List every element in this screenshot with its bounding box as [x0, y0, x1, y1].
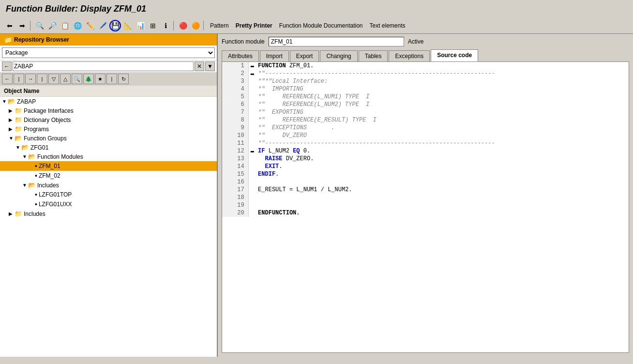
- left-panel: 📁 Repository Browser Package ← ✕ ▼ ← | →…: [0, 34, 218, 357]
- info-button[interactable]: ℹ: [160, 20, 171, 31]
- layout-button[interactable]: 📐: [122, 20, 134, 31]
- tree-item[interactable]: ▼📂ZABAP: [0, 97, 217, 106]
- nav-filter-btn[interactable]: ▽: [48, 74, 59, 84]
- fm-label: Function module: [222, 38, 265, 45]
- tab-tables[interactable]: Tables: [359, 50, 388, 61]
- item-icon: •: [35, 191, 37, 198]
- code-text[interactable]: *" REFERENCE(L_NUM2) TYPE I: [256, 101, 628, 108]
- tree-item[interactable]: ▼📂ZFG01: [0, 143, 217, 152]
- code-line-row: 1▬FUNCTION ZFM_01.: [222, 62, 629, 70]
- filter-select[interactable]: Package: [2, 47, 215, 58]
- code-text[interactable]: ENDFUNCTION.: [256, 209, 628, 217]
- code-text[interactable]: *" REFERENCE(L_NUM1) TYPE I: [256, 93, 628, 101]
- code-text[interactable]: FUNCTION ZFM_01.: [256, 62, 628, 70]
- item-icon: •: [35, 172, 37, 180]
- orange-button[interactable]: 🟠: [190, 20, 201, 31]
- tree-item[interactable]: ▼📂Function Groups: [0, 134, 217, 143]
- code-line-row: 12▬IF L_NUM2 EQ 0.: [222, 147, 629, 155]
- tab-attributes[interactable]: Attributes: [222, 50, 259, 61]
- expand-icon: ▬: [248, 70, 256, 77]
- tab-button[interactable]: ⊞: [147, 20, 159, 31]
- tree-item-label: Package Interfaces: [24, 107, 74, 114]
- code-text[interactable]: [256, 201, 628, 209]
- tab-exceptions[interactable]: Exceptions: [389, 50, 430, 61]
- tree-item[interactable]: •ZFM_01: [0, 161, 217, 171]
- nav-up-btn[interactable]: △: [60, 74, 71, 84]
- nav-sep3[interactable]: |: [106, 74, 117, 84]
- tab-export[interactable]: Export: [290, 50, 319, 61]
- code-text[interactable]: EXIT.: [256, 163, 628, 170]
- code-text[interactable]: *"--------------------------------------…: [256, 139, 628, 147]
- red-button[interactable]: 🔴: [177, 20, 189, 31]
- tab-source-code[interactable]: Source code: [431, 49, 478, 61]
- nav-tree-btn[interactable]: 🌲: [83, 74, 94, 84]
- nav-left-button[interactable]: ←: [2, 61, 12, 71]
- folder-icon: 📂: [8, 98, 15, 105]
- code-text[interactable]: *" EXCEPTIONS .: [256, 124, 628, 132]
- code-text[interactable]: [256, 194, 628, 201]
- right-panel: Function module Active AttributesImportE…: [218, 34, 633, 357]
- code-text[interactable]: [256, 178, 628, 186]
- edit-button[interactable]: ✏️: [84, 20, 96, 31]
- code-line-row: 8*" REFERENCE(E_RESULT) TYPE I: [222, 116, 629, 124]
- zoom-button[interactable]: 🔎: [46, 20, 58, 31]
- tree-item[interactable]: ▼📂Function Modules: [0, 152, 217, 161]
- tabs-bar: AttributesImportExportChangingTablesExce…: [218, 49, 633, 61]
- fm-doc-button[interactable]: Function Module Documentation: [276, 21, 366, 30]
- nav-star-btn[interactable]: ★: [95, 74, 106, 84]
- nav-search-btn[interactable]: 🔍: [72, 74, 82, 84]
- expand-icon: [248, 124, 256, 132]
- search-button[interactable]: 🔍: [34, 20, 45, 31]
- nav-sep1[interactable]: |: [14, 74, 24, 84]
- expand-icon: [248, 178, 256, 186]
- expand-icon: [248, 93, 256, 101]
- table-button[interactable]: 📊: [135, 20, 146, 31]
- code-text[interactable]: ENDIF.: [256, 170, 628, 178]
- tree-item[interactable]: ▼📂Includes: [0, 181, 217, 190]
- code-text[interactable]: *" EXPORTING: [256, 108, 628, 116]
- tree-area[interactable]: ▼📂ZABAP▶📁Package Interfaces▶📁Dictionary …: [0, 97, 217, 357]
- tree-item[interactable]: ▶📁Package Interfaces: [0, 106, 217, 115]
- filter-input[interactable]: [13, 61, 194, 71]
- code-text[interactable]: *" DV_ZERO: [256, 132, 628, 139]
- expand-icon: [248, 163, 256, 170]
- expand-icon: [248, 170, 256, 178]
- tree-item[interactable]: ▶📁Includes: [0, 209, 217, 218]
- copy-button[interactable]: 📋: [59, 20, 71, 31]
- pretty-printer-button[interactable]: Pretty Printer: [233, 21, 275, 30]
- tree-item[interactable]: ▶📁Programs: [0, 124, 217, 134]
- text-elements-button[interactable]: Text elements: [367, 21, 408, 30]
- nav-forward-btn[interactable]: →: [25, 74, 36, 84]
- clear-filter-button[interactable]: ✕: [195, 61, 204, 71]
- code-text[interactable]: E_RESULT = L_NUM1 / L_NUM2.: [256, 186, 628, 194]
- code-text[interactable]: *"*"Local Interface:: [256, 77, 628, 85]
- tree-item[interactable]: •ZFM_02: [0, 171, 217, 181]
- dropdown-button[interactable]: ▼: [205, 61, 215, 71]
- tab-changing[interactable]: Changing: [320, 50, 357, 61]
- code-text[interactable]: IF L_NUM2 EQ 0.: [256, 147, 628, 155]
- tree-item[interactable]: •LZFG01UXX: [0, 199, 217, 209]
- toolbar: ⬅ ➡ 🔍 🔎 📋 🌐 ✏️ 🖊️ 💾 📐 📊 ⊞ ℹ 🔴 🟠 Pattern …: [0, 18, 633, 34]
- code-area[interactable]: 1▬FUNCTION ZFM_01.2▬*"------------------…: [222, 61, 629, 353]
- folder-icon: 📁: [15, 107, 22, 114]
- separator-1: [30, 21, 32, 30]
- nav-sep2[interactable]: |: [37, 74, 47, 84]
- nav-back-btn[interactable]: ←: [2, 74, 13, 84]
- nav-refresh-btn[interactable]: ↻: [118, 74, 129, 84]
- tab-import[interactable]: Import: [260, 50, 289, 61]
- globe-button[interactable]: 🌐: [72, 20, 83, 31]
- code-text[interactable]: *" REFERENCE(E_RESULT) TYPE I: [256, 116, 628, 124]
- back-button[interactable]: ⬅: [4, 20, 15, 31]
- forward-button[interactable]: ➡: [16, 20, 28, 31]
- repo-browser-label: Repository Browser: [14, 36, 69, 43]
- code-text[interactable]: RAISE DV_ZERO.: [256, 155, 628, 163]
- tree-item[interactable]: •LZFG01TOP: [0, 190, 217, 199]
- tree-item[interactable]: ▶📁Dictionary Objects: [0, 115, 217, 124]
- code-text[interactable]: *" IMPORTING: [256, 85, 628, 93]
- pen-button[interactable]: 🖊️: [97, 20, 108, 31]
- pattern-button[interactable]: Pattern: [207, 21, 232, 30]
- code-text[interactable]: *"--------------------------------------…: [256, 70, 628, 77]
- fm-input[interactable]: [269, 37, 404, 46]
- save-button[interactable]: 💾: [109, 20, 121, 31]
- separator-2: [173, 21, 175, 30]
